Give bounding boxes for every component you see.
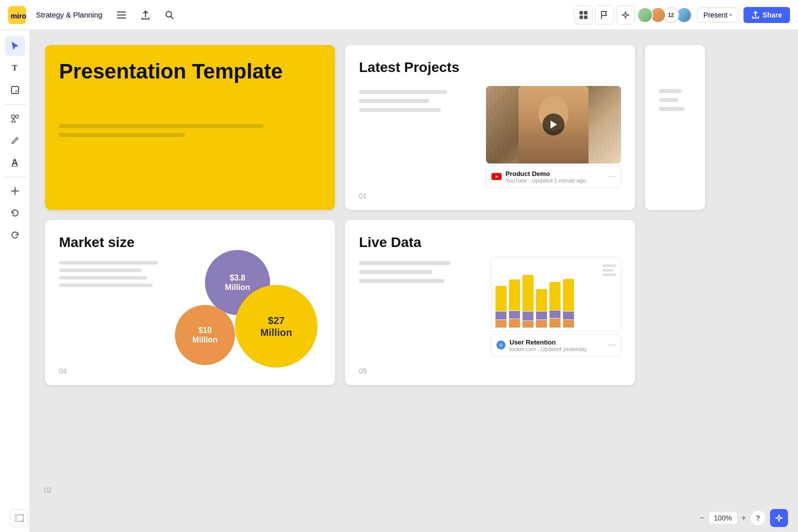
market-size-number: 04 [59,367,67,375]
sidebar-tool-undo[interactable] [5,203,25,223]
bar-yellow-6 [563,279,574,311]
partial-line-1 [659,89,682,93]
market-size-title: Market size [59,234,321,251]
svg-rect-6 [580,11,583,14]
legend-line-2 [602,269,614,272]
video-info-settings[interactable]: ⋯ [608,172,616,180]
market-size-card: Market size $3.8Million $10Million $27Mi… [45,220,335,385]
latest-projects-title: Latest Projects [359,59,621,76]
sidebar-tool-note[interactable] [5,80,25,100]
zoom-percentage: 100% [714,514,732,522]
video-thumbnail[interactable] [486,86,621,164]
live-data-number: 05 [359,367,367,375]
zoom-out-button[interactable]: − [700,514,704,522]
sidebar-tool-add[interactable] [5,181,25,201]
empty-cell [645,220,705,385]
svg-rect-3 [117,14,126,16]
bar-orange-5 [550,318,560,328]
svg-rect-14 [14,514,18,522]
bar-yellow-5 [550,282,560,310]
market-lines [59,261,169,287]
sidebar-tool-pen[interactable] [5,130,25,150]
data-title: User Retention [510,338,587,346]
video-sub: YouTube · Updated 1 minute ago [506,178,586,184]
bubbles-area: $3.8Million $10Million $27Million [165,250,325,370]
pres-line-2 [59,133,185,137]
bar-group-6 [563,279,574,328]
zoom-level-display: 100% [708,512,738,524]
topbar-left: miro Strategy & Planning [8,6,178,24]
zoom-in-button[interactable]: + [742,514,746,522]
partial-card-inner: 02 [645,45,705,125]
sparkle-icon[interactable] [616,6,635,24]
share-button[interactable]: Share [744,7,790,23]
menu-icon[interactable] [112,6,130,24]
sidebar-toggle-button[interactable] [10,509,28,527]
live-data-content: G User Retention looker.com · Updated ye… [359,257,621,356]
presentation-card: Presentation Template [45,45,335,210]
sidebar-divider-2 [3,176,26,177]
svg-rect-4 [117,18,126,18]
lp-video: Product Demo YouTube · Updated 1 minute … [486,86,621,188]
svg-rect-2 [117,12,126,12]
sidebar-tool-cursor[interactable] [5,36,25,56]
sidebar-tool-text-style[interactable]: A [5,152,25,172]
bar-group-2 [509,280,520,328]
lp-text-lines [359,86,476,188]
bar-purple-5 [550,310,560,318]
bar-orange-4 [536,320,547,328]
flag-icon[interactable] [595,6,614,24]
svg-rect-10 [12,86,18,94]
sidebar-tool-shapes[interactable] [5,108,25,128]
export-icon[interactable] [136,6,154,24]
chevron-down-icon: ▾ [730,12,732,18]
ld-line-2 [359,270,432,274]
bubble-yellow: $27Million [235,285,318,368]
looker-icon: G [496,340,506,350]
video-meta: Product Demo YouTube · Updated 1 minute … [506,170,586,184]
play-button[interactable] [542,114,564,136]
toolbar-icons [574,6,635,24]
data-info-left: G User Retention looker.com · Updated ye… [496,338,587,352]
miro-logo[interactable]: miro [8,6,26,24]
topbar: miro Strategy & Planning [0,0,798,30]
ld-line-3 [359,279,444,283]
bar-yellow-4 [536,289,547,311]
bar-orange-2 [509,319,520,328]
bar-yellow-1 [496,286,506,311]
help-button[interactable]: ? [750,510,766,526]
present-button[interactable]: Present ▾ [697,8,738,22]
lp-line-3 [359,108,441,112]
partial-line-3 [659,107,684,111]
bubble-orange: $10Million [175,305,235,365]
board-title[interactable]: Strategy & Planning [32,8,106,21]
partial-line-2 [659,98,678,102]
bar-orange-6 [563,320,574,328]
market-left [59,257,169,287]
chart-legend [602,264,616,276]
apps-grid-icon[interactable] [574,6,593,24]
latest-projects-content: Product Demo YouTube · Updated 1 minute … [359,86,621,188]
market-line-3 [59,276,147,280]
magic-button[interactable] [770,509,788,527]
search-icon[interactable] [160,6,178,24]
bar-group-5 [550,282,560,328]
presentation-lines [59,124,321,137]
presentation-card-title: Presentation Template [59,59,321,84]
sidebar-divider-1 [3,104,26,104]
svg-text:miro: miro [10,12,26,20]
sidebar-tool-text[interactable]: T [5,58,25,78]
share-label: Share [762,11,782,19]
help-icon: ? [756,514,760,522]
svg-rect-11 [12,115,14,118]
bar-purple-6 [563,312,574,320]
live-data-title: Live Data [359,234,621,251]
data-settings-icon[interactable]: ⋯ [608,341,616,349]
sidebar-tool-redo[interactable] [5,225,25,245]
latest-projects-card: Latest Projects [345,45,635,210]
market-line-1 [59,261,158,264]
data-info: G User Retention looker.com · Updated ye… [491,334,621,356]
pres-line-1 [59,124,264,128]
chart-container [491,257,621,332]
avatar-1 [637,7,653,23]
